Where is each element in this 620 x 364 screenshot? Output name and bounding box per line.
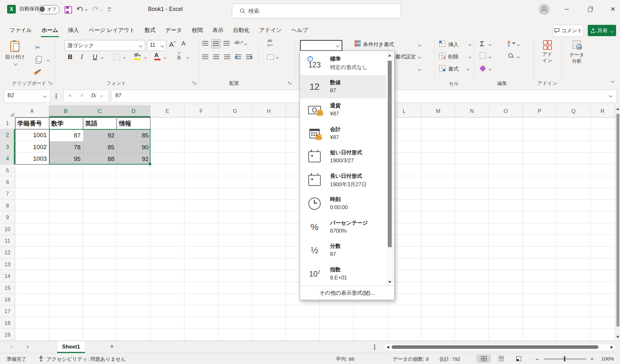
tab-ribbon-4[interactable]: 数式	[140, 23, 160, 38]
tabbar-splitter[interactable]	[374, 345, 375, 346]
menu-scrollbar[interactable]	[387, 52, 393, 286]
column-header-O[interactable]: O	[489, 105, 523, 117]
merge-dropdown-icon[interactable]	[276, 56, 279, 59]
align-left-icon[interactable]	[202, 55, 208, 59]
sort-filter-dropdown-icon[interactable]	[517, 43, 520, 46]
row-header-17[interactable]: 17	[0, 305, 15, 317]
view-page-layout-button[interactable]	[494, 355, 508, 363]
row-header-9[interactable]: 9	[0, 211, 15, 223]
column-header-Q[interactable]: Q	[557, 105, 591, 117]
horizontal-scroll-thumb[interactable]	[392, 345, 598, 349]
collapse-ribbon-icon[interactable]	[611, 79, 614, 83]
grid-cell-D2[interactable]: 85	[117, 130, 151, 141]
borders-icon[interactable]	[114, 54, 120, 60]
avatar[interactable]	[539, 4, 550, 15]
row-header-5[interactable]: 5	[0, 165, 15, 176]
cancel-formula-icon[interactable]: ×	[68, 92, 72, 99]
conditional-formatting-label[interactable]: 条件付き書式	[363, 41, 394, 48]
row-header-18[interactable]: 18	[0, 317, 15, 329]
column-header-R[interactable]: R	[591, 105, 615, 117]
phonetic-button[interactable]: ア 亜	[177, 52, 181, 60]
grid-cell-B3[interactable]: 78	[50, 142, 84, 153]
row-header-12[interactable]: 12	[0, 247, 15, 258]
grow-font-button[interactable]: A^	[169, 40, 176, 48]
name-box[interactable]: B2	[4, 90, 50, 103]
row-header-2[interactable]: 2	[0, 129, 15, 141]
number-format-combo[interactable]	[300, 40, 342, 51]
table-header-cell[interactable]: 数学	[49, 118, 83, 129]
table-header-cell[interactable]: 学籍番号	[16, 118, 49, 129]
table-header-cell[interactable]: 英語	[83, 118, 117, 129]
format-option-accounting[interactable]: 会計¥87	[300, 122, 386, 146]
format-cells-button[interactable]	[439, 65, 445, 71]
insert-cells-button[interactable]	[439, 41, 445, 47]
autosum-icon[interactable]: Σ	[480, 40, 484, 48]
row-header-15[interactable]: 15	[0, 282, 15, 294]
zoom-level[interactable]: 100%	[601, 356, 614, 362]
sort-filter-button[interactable]: AZ	[508, 40, 510, 47]
row-header-13[interactable]: 13	[0, 258, 15, 270]
row-header-11[interactable]: 11	[0, 235, 15, 247]
underline-dropdown-icon[interactable]	[101, 56, 103, 59]
status-accessibility[interactable]: アクセシビリティ: 問題ありません	[46, 356, 126, 363]
fill-color-dropdown-icon[interactable]	[144, 56, 147, 59]
row-header-7[interactable]: 7	[0, 188, 15, 199]
expand-formula-bar-icon[interactable]	[609, 94, 612, 97]
grid-cell-C2[interactable]: 92	[84, 130, 118, 141]
bold-button[interactable]: B	[68, 53, 72, 61]
clipboard-dialog-launcher-icon[interactable]	[48, 81, 52, 85]
format-option-number[interactable]: 12数値87	[300, 75, 386, 99]
share-button[interactable]: 共有	[588, 25, 616, 36]
column-header-A[interactable]: A	[15, 105, 49, 117]
menu-scroll-down-icon[interactable]	[388, 281, 391, 283]
column-header-H[interactable]: H	[252, 105, 286, 117]
fx-dropdown-icon[interactable]	[100, 94, 103, 97]
zoom-in-button[interactable]: +	[590, 356, 594, 363]
name-box-splitter[interactable]	[56, 94, 57, 95]
borders-dropdown-icon[interactable]	[123, 56, 126, 59]
merge-center-icon[interactable]: ⇔	[267, 55, 274, 60]
cut-icon[interactable]: ✂	[35, 44, 40, 51]
minimize-button[interactable]: ─	[560, 3, 574, 15]
format-option-date-short[interactable]: 短い日付形式1900/3/27	[300, 145, 386, 169]
column-header-C[interactable]: C	[83, 105, 117, 117]
tab-file[interactable]: ファイル	[5, 23, 37, 38]
vertical-scrollbar[interactable]	[615, 105, 620, 341]
column-header-E[interactable]: E	[150, 105, 184, 117]
column-header-G[interactable]: G	[218, 105, 252, 117]
format-as-table-dropdown-icon[interactable]	[418, 56, 421, 59]
row-header-3[interactable]: 3	[0, 141, 15, 153]
selection-range[interactable]: 879285788590958892	[49, 129, 150, 164]
tab-ribbon-3[interactable]: ページ レイアウト	[84, 23, 140, 38]
format-option-percent[interactable]: %パーセンテージ8700%	[300, 216, 386, 239]
fill-down-icon[interactable]: ↓	[480, 53, 486, 58]
grid-cell-A2[interactable]: 1001	[16, 129, 49, 141]
conditional-formatting-dropdown-icon[interactable]	[418, 43, 421, 46]
copy-dropdown-icon[interactable]	[47, 59, 49, 61]
alignment-dialog-launcher-icon[interactable]	[288, 81, 292, 85]
italic-button[interactable]: I	[81, 53, 83, 61]
align-bottom-icon[interactable]	[223, 41, 230, 46]
cell-styles-dropdown-icon[interactable]	[418, 68, 421, 71]
grid-cell-D3[interactable]: 90	[117, 142, 151, 153]
data-analysis-button[interactable]: データ 分析	[564, 40, 589, 78]
vertical-scroll-thumb[interactable]	[616, 114, 619, 327]
horizontal-scrollbar[interactable]	[384, 343, 616, 351]
fill-dropdown-icon[interactable]	[489, 56, 491, 58]
search-box[interactable]: 検索	[232, 4, 401, 18]
row-header-10[interactable]: 10	[0, 223, 15, 235]
zoom-slider-thumb[interactable]	[564, 356, 565, 361]
grid-cell-B4[interactable]: 95	[50, 153, 84, 165]
grid-cell-C4[interactable]: 88	[84, 153, 118, 165]
accessibility-icon[interactable]	[38, 356, 44, 362]
scroll-down-icon[interactable]	[616, 336, 619, 338]
menu-scroll-thumb[interactable]	[388, 61, 392, 247]
clear-icon[interactable]	[480, 65, 486, 72]
zoom-out-button[interactable]: −	[535, 356, 539, 363]
underline-button[interactable]: U	[93, 53, 97, 61]
column-header-D[interactable]: D	[117, 105, 150, 117]
insert-dropdown-icon[interactable]	[469, 43, 471, 46]
column-header-P[interactable]: P	[523, 105, 557, 117]
tab-ribbon-7[interactable]: 表示	[208, 23, 228, 38]
decrease-indent-icon[interactable]	[235, 55, 241, 59]
